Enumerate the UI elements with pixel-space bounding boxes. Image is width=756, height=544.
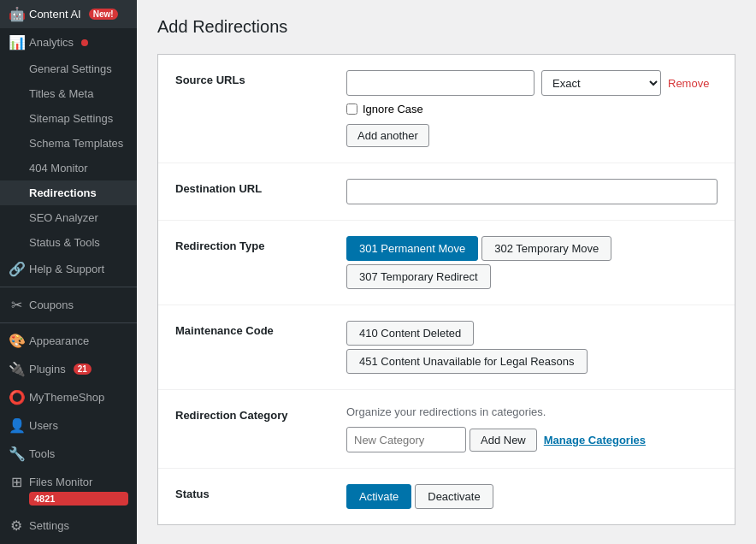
source-urls-content: Exact Contains Starts with Ends with Reg… xyxy=(346,70,718,147)
maintenance-code-content: 410 Content Deleted 451 Content Unavaila… xyxy=(346,321,718,374)
source-url-input[interactable] xyxy=(346,70,535,96)
sidebar-item-general-settings[interactable]: General Settings xyxy=(0,56,137,81)
page-title: Add Redirections xyxy=(157,17,735,37)
analytics-icon: 📊 xyxy=(9,34,24,50)
maintenance-code-row: Maintenance Code 410 Content Deleted 451… xyxy=(158,305,735,390)
coupons-icon: ✂ xyxy=(9,297,24,313)
410-button[interactable]: 410 Content Deleted xyxy=(346,321,474,346)
files-monitor-icon: ⊞ xyxy=(9,474,24,490)
new-category-input[interactable] xyxy=(346,427,466,452)
manage-categories-link[interactable]: Manage Categories xyxy=(544,434,646,446)
sidebar: 🤖 Content AI New! 📊 Analytics General Se… xyxy=(0,0,137,544)
ignore-case-checkbox[interactable] xyxy=(346,103,357,115)
sidebar-item-analytics[interactable]: 📊 Analytics xyxy=(0,28,137,56)
redirection-category-row: Redirection Category Organize your redir… xyxy=(158,390,735,469)
sidebar-item-files-monitor[interactable]: ⊞ Files Monitor 4821 xyxy=(0,468,137,511)
maintenance-code-group: 410 Content Deleted 451 Content Unavaila… xyxy=(346,321,718,374)
category-input-row: Add New Manage Categories xyxy=(346,427,718,452)
redirection-category-content: Organize your redirections in categories… xyxy=(346,405,718,452)
maintenance-code-label: Maintenance Code xyxy=(175,321,329,337)
status-label: Status xyxy=(175,484,329,500)
category-description: Organize your redirections in categories… xyxy=(346,405,718,418)
files-monitor-badge: 4821 xyxy=(29,492,128,506)
sidebar-item-seo-analyzer[interactable]: SEO Analyzer xyxy=(0,205,137,230)
redirection-type-group: 301 Permanent Move 302 Temporary Move 30… xyxy=(346,236,718,289)
sidebar-item-redirections[interactable]: Redirections xyxy=(0,180,137,205)
deactivate-button[interactable]: Deactivate xyxy=(415,484,493,509)
settings-icon: ⚙ xyxy=(9,517,24,534)
sidebar-item-help-support[interactable]: 🔗 Help & Support xyxy=(0,255,137,283)
302-button[interactable]: 302 Temporary Move xyxy=(481,236,611,261)
help-icon: 🔗 xyxy=(9,261,24,277)
sidebar-item-tools[interactable]: 🔧 Tools xyxy=(0,440,137,468)
status-row: Status Activate Deactivate xyxy=(158,469,735,524)
content-ai-icon: 🤖 xyxy=(9,6,24,22)
redirection-type-row: Redirection Type 301 Permanent Move 302 … xyxy=(158,221,735,305)
451-button[interactable]: 451 Content Unavailable for Legal Reason… xyxy=(346,349,588,374)
sidebar-item-status-tools[interactable]: Status & Tools xyxy=(0,230,137,255)
destination-url-content xyxy=(346,179,718,204)
ignore-case-label: Ignore Case xyxy=(363,103,423,115)
source-urls-label: Source URLs xyxy=(175,70,329,86)
add-new-category-button[interactable]: Add New xyxy=(470,429,537,452)
307-button[interactable]: 307 Temporary Redirect xyxy=(346,264,491,289)
sidebar-item-coupons[interactable]: ✂ Coupons xyxy=(0,291,137,319)
plugins-icon: 🔌 xyxy=(9,361,24,377)
main-content: Add Redirections Source URLs Exact Conta… xyxy=(137,0,756,544)
remove-source-url-link[interactable]: Remove xyxy=(668,77,709,90)
analytics-dot xyxy=(81,39,88,46)
plugins-badge: 21 xyxy=(74,364,92,375)
destination-url-label: Destination URL xyxy=(175,179,329,195)
sidebar-item-acf[interactable]: ACF xyxy=(0,540,137,544)
sidebar-item-appearance[interactable]: 🎨 Appearance xyxy=(0,327,137,355)
source-urls-row: Source URLs Exact Contains Starts with E… xyxy=(158,55,735,163)
appearance-icon: 🎨 xyxy=(9,333,24,349)
redirections-form: Source URLs Exact Contains Starts with E… xyxy=(157,54,735,525)
sidebar-item-schema-templates[interactable]: Schema Templates xyxy=(0,131,137,156)
redirection-category-label: Redirection Category xyxy=(175,405,329,422)
sidebar-item-content-ai[interactable]: 🤖 Content AI New! xyxy=(0,0,137,28)
content-ai-badge: New! xyxy=(89,9,118,20)
source-url-input-row: Exact Contains Starts with Ends with Reg… xyxy=(346,70,718,96)
redirection-type-label: Redirection Type xyxy=(175,236,329,252)
sidebar-item-titles-meta[interactable]: Titles & Meta xyxy=(0,81,137,106)
source-url-match-select[interactable]: Exact Contains Starts with Ends with Reg… xyxy=(541,70,661,96)
users-icon: 👤 xyxy=(9,417,24,434)
sidebar-item-mythemeshop[interactable]: ⭕ MyThemeShop xyxy=(0,383,137,411)
sidebar-item-settings[interactable]: ⚙ Settings xyxy=(0,511,137,540)
mythemeshop-icon: ⭕ xyxy=(9,389,24,405)
sidebar-item-sitemap-settings[interactable]: Sitemap Settings xyxy=(0,106,137,131)
ignore-case-row: Ignore Case xyxy=(346,103,718,115)
status-group: Activate Deactivate xyxy=(346,484,718,509)
tools-icon: 🔧 xyxy=(9,446,24,462)
destination-url-input[interactable] xyxy=(346,179,718,204)
status-content: Activate Deactivate xyxy=(346,484,718,509)
destination-url-row: Destination URL xyxy=(158,163,735,221)
add-another-button[interactable]: Add another xyxy=(346,124,429,147)
activate-button[interactable]: Activate xyxy=(346,484,411,509)
sidebar-item-404-monitor[interactable]: 404 Monitor xyxy=(0,156,137,180)
redirection-type-content: 301 Permanent Move 302 Temporary Move 30… xyxy=(346,236,718,289)
sidebar-item-plugins[interactable]: 🔌 Plugins 21 xyxy=(0,355,137,383)
sidebar-item-users[interactable]: 👤 Users xyxy=(0,411,137,440)
301-button[interactable]: 301 Permanent Move xyxy=(346,236,478,261)
